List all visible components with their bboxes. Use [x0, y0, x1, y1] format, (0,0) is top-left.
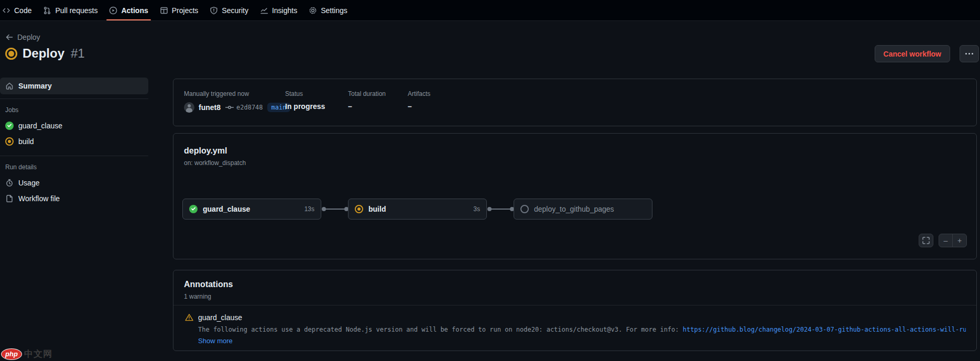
status-value: In progress	[285, 102, 325, 111]
zoom-out-button[interactable]: –	[939, 234, 953, 247]
show-more-link[interactable]: Show more	[198, 337, 233, 345]
run-sidebar: Summary Jobs guard_clause build Run deta…	[0, 78, 148, 206]
fit-to-window-button[interactable]	[919, 234, 933, 247]
in-progress-status-icon	[5, 48, 17, 60]
gear-icon	[309, 6, 317, 15]
table-icon	[160, 6, 168, 15]
trigger-heading: Manually triggered now	[184, 90, 287, 97]
tab-pull-requests[interactable]: Pull requests	[37, 0, 103, 20]
stopwatch-icon	[5, 179, 14, 187]
annotation-message: The following actions use a deprecated N…	[198, 326, 966, 333]
workflow-file-icon	[5, 194, 14, 203]
node-duration: 3s	[473, 205, 480, 213]
sidebar-item-workflow-file[interactable]: Workflow file	[0, 191, 148, 206]
watermark: php 中文网	[1, 348, 52, 360]
artifacts-column: Artifacts –	[408, 90, 430, 111]
back-arrow-icon	[5, 33, 14, 41]
sidebar-item-label: Workflow file	[18, 194, 60, 203]
success-icon	[189, 205, 198, 213]
graph-connector	[487, 206, 514, 212]
job-name: guard_clause	[18, 122, 62, 130]
in-progress-icon	[5, 137, 14, 146]
php-logo: php	[1, 348, 22, 360]
sidebar-item-summary[interactable]: Summary	[0, 78, 148, 94]
graph-node-deploy-to-github-pages[interactable]: deploy_to_github_pages	[514, 199, 652, 220]
avatar[interactable]	[184, 102, 194, 113]
trigger-column: Manually triggered now funet8 e2d8748 ma…	[184, 90, 287, 113]
annotation-link[interactable]: https://github.blog/changelog/2024-03-07…	[683, 326, 966, 333]
tab-security[interactable]: Security	[204, 0, 254, 20]
annotation-item: guard_clause The following actions use a…	[173, 305, 976, 345]
shield-icon	[210, 6, 218, 15]
tab-settings[interactable]: Settings	[303, 0, 353, 20]
duration-column: Total duration –	[348, 90, 386, 111]
divider	[0, 156, 148, 156]
node-name: guard_clause	[203, 205, 299, 213]
divider	[0, 99, 148, 99]
tab-label: Security	[222, 6, 248, 15]
sidebar-item-label: Usage	[18, 179, 39, 187]
sidebar-job-build[interactable]: build	[0, 134, 148, 149]
tab-label: Projects	[172, 6, 199, 15]
zoom-in-button[interactable]: +	[953, 234, 966, 247]
zoom-control: – +	[939, 234, 967, 247]
tab-label: Actions	[121, 6, 148, 15]
annotations-count: 1 warning	[184, 293, 211, 300]
workflow-trigger: on: workflow_dispatch	[184, 159, 246, 167]
duration-value: –	[348, 102, 386, 111]
status-column: Status In progress	[285, 90, 325, 111]
workflow-graph-panel: deploy.yml on: workflow_dispatch guard_c…	[173, 133, 977, 259]
play-circle-icon	[109, 6, 117, 15]
tab-actions[interactable]: Actions	[103, 0, 154, 20]
status-heading: Status	[285, 90, 325, 97]
graph-node-build[interactable]: build 3s	[348, 199, 487, 220]
job-name: build	[18, 137, 34, 146]
sidebar-job-guard-clause[interactable]: guard_clause	[0, 118, 148, 134]
node-duration: 13s	[304, 205, 314, 213]
tab-insights[interactable]: Insights	[254, 0, 303, 20]
tab-label: Code	[14, 6, 31, 15]
warning-icon	[185, 313, 193, 322]
graph-node-guard-clause[interactable]: guard_clause 13s	[182, 199, 321, 220]
kebab-menu-button[interactable]	[960, 45, 979, 62]
success-icon	[5, 122, 14, 130]
pull-request-icon	[43, 6, 51, 15]
breadcrumb-label: Deploy	[17, 33, 40, 41]
jobs-heading: Jobs	[0, 103, 148, 118]
annotations-heading: Annotations	[184, 280, 233, 289]
graph-connector	[322, 206, 349, 212]
node-name: build	[368, 205, 468, 213]
sidebar-item-usage[interactable]: Usage	[0, 175, 148, 191]
graph-icon	[260, 6, 268, 15]
cancel-workflow-button[interactable]: Cancel workflow	[875, 45, 950, 62]
annotation-message-text: The following actions use a deprecated N…	[198, 326, 683, 333]
run-number: #1	[71, 46, 85, 61]
tab-code[interactable]: Code	[0, 0, 37, 20]
breadcrumb[interactable]: Deploy	[5, 33, 40, 41]
annotations-panel: Annotations 1 warning guard_clause The f…	[173, 270, 977, 351]
duration-heading: Total duration	[348, 90, 386, 97]
watermark-text: 中文网	[24, 348, 52, 360]
pending-icon	[520, 205, 529, 213]
actor-link[interactable]: funet8	[199, 103, 221, 112]
run-title-row: Deploy #1	[5, 46, 85, 61]
tab-projects[interactable]: Projects	[154, 0, 204, 20]
repo-nav: Code Pull requests Actions Projects Secu…	[0, 0, 980, 21]
run-summary-panel: Manually triggered now funet8 e2d8748 ma…	[173, 79, 977, 126]
sidebar-item-label: Summary	[18, 82, 52, 90]
code-icon	[2, 6, 10, 15]
commit-icon	[225, 103, 234, 112]
home-icon	[5, 82, 14, 90]
tab-label: Pull requests	[55, 6, 97, 15]
tab-label: Settings	[321, 6, 347, 15]
workflow-file-name: deploy.yml	[184, 146, 227, 156]
commit-sha-link[interactable]: e2d8748	[236, 104, 263, 111]
in-progress-icon	[355, 205, 363, 213]
artifacts-value: –	[408, 102, 430, 111]
artifacts-heading: Artifacts	[408, 90, 430, 97]
annotation-job-name: guard_clause	[198, 313, 242, 322]
page-title: Deploy	[23, 46, 64, 61]
node-name: deploy_to_github_pages	[534, 205, 640, 213]
run-details-heading: Run details	[0, 160, 148, 175]
tab-label: Insights	[272, 6, 297, 15]
